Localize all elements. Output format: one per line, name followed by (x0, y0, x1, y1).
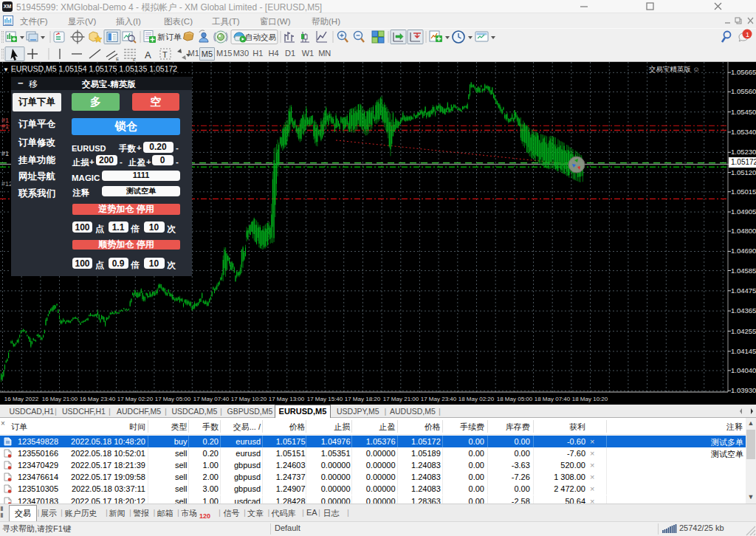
svg-text:自动交易: 自动交易 (245, 32, 276, 41)
svg-text:1: 1 (746, 31, 749, 38)
svg-text:E: E (116, 57, 119, 61)
svg-text:新订单: 新订单 (157, 32, 182, 41)
svg-text:T: T (162, 50, 168, 59)
svg-text:A: A (145, 49, 151, 61)
